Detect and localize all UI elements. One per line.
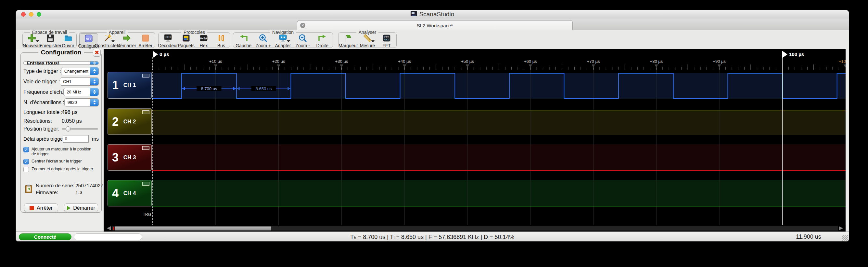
- channel-minimize-icon[interactable]: [142, 110, 149, 114]
- trigger-position-mark: [113, 226, 114, 230]
- toolbar-button-marqueur[interactable]: Marqueur: [339, 33, 358, 48]
- measure-high-label: 8.700 us: [201, 86, 217, 91]
- trigger-position-slider[interactable]: [62, 125, 99, 133]
- new-plus-icon: [27, 33, 37, 43]
- total-length-row: Longueur totale : 496 µs: [23, 109, 99, 115]
- channel-card-3[interactable]: CH 33: [107, 144, 152, 170]
- dropdown-arrow-icon[interactable]: [36, 41, 39, 42]
- toolbar-group-espace-de-travail: Espace de travailNouveauEnregistrerOuvri…: [23, 32, 77, 48]
- hex-icon: 0x5A: [199, 33, 209, 43]
- ruler-label-pointer: [718, 64, 721, 68]
- toolbar-button-enregistrer[interactable]: Enregistrer: [41, 33, 60, 48]
- slider-knob[interactable]: [66, 126, 71, 132]
- measurement-readout: Tₕ = 8.700 us | Tₗ = 8.650 us | F = 57.6…: [16, 232, 849, 242]
- channel-card-4[interactable]: CH 44: [107, 180, 152, 207]
- main-area: Configuration ✖ Entrées (tous) Type de t…: [16, 49, 849, 232]
- toolbar-button-label: Ouvrir: [62, 43, 74, 48]
- sample-rate-row: Fréquence d'éch. 20 MHz: [23, 88, 99, 96]
- toolbar-button-droite[interactable]: Droite: [313, 33, 332, 48]
- toolbar-button-adapter[interactable]: Adapter: [274, 33, 292, 48]
- toolbar-button-nouveau[interactable]: Nouveau: [23, 33, 41, 48]
- toolbar-button-zoom--[interactable]: Zoom -: [293, 33, 312, 48]
- dropdown-arrow-icon[interactable]: [112, 41, 115, 42]
- scroll-right-arrow-icon[interactable]: [839, 226, 843, 230]
- add-marker-checkbox[interactable]: ✓: [23, 147, 29, 152]
- trigger-delay-input[interactable]: 0: [63, 135, 88, 143]
- app-window: ScanaStudio ✕ SL2 Workspace* Espace de t…: [16, 10, 849, 242]
- toolbar-button-label: Arrêter: [138, 43, 152, 48]
- toolbar-button-label: Hex: [200, 43, 208, 48]
- ruler-label-pointer: [466, 64, 469, 68]
- stop-button[interactable]: Arrêter: [24, 204, 58, 212]
- svg-text:0010: 0010: [165, 36, 171, 39]
- decoder-screen-icon: 0010: [163, 33, 173, 43]
- trigger-delay-row: Délai après trigge 0 ms: [23, 135, 99, 143]
- dropdown-arrow-icon[interactable]: [287, 41, 290, 42]
- horizontal-scrollbar[interactable]: [107, 226, 843, 231]
- marker-flag[interactable]: [782, 51, 787, 58]
- toolbar-group-navigation: NavigationGaucheZoom +AdapterZoom -Droit…: [233, 32, 333, 48]
- center-screen-checkbox[interactable]: ✓: [23, 159, 29, 164]
- config-column: Configuration ✖ Entrées (tous) Type de t…: [16, 49, 104, 232]
- channel-minimize-icon[interactable]: [142, 182, 149, 186]
- toolbar-button-label: Marqueur: [339, 43, 358, 48]
- start-button[interactable]: Démarrer: [64, 204, 98, 212]
- scrollbar-thumb[interactable]: [115, 226, 271, 231]
- channel-card-2[interactable]: CH 22: [107, 108, 152, 135]
- panel-close-button[interactable]: ✖: [93, 49, 101, 57]
- toolbar-button-label: Adapter: [275, 43, 291, 48]
- channel-card-1[interactable]: CH 11: [107, 72, 152, 99]
- toolbar-button-label: Nouveau: [23, 43, 41, 48]
- zoom-fit-checkbox[interactable]: [23, 167, 29, 172]
- channel-minimize-icon[interactable]: [142, 146, 149, 150]
- channel-minimize-icon[interactable]: [142, 74, 149, 78]
- toolbar-group-appareil: AppareilSL2ConfigurerConstructeurDémarre…: [79, 32, 155, 48]
- workspace-tab[interactable]: ✕ SL2 Workspace*: [297, 20, 573, 30]
- screen: { "window": { "title": "ScanaStudio" }, …: [0, 0, 868, 267]
- bus-icon: [216, 33, 226, 43]
- sample-count-select[interactable]: 9920: [64, 98, 99, 106]
- status-bar: Connecté Tₕ = 8.700 us | Tₗ = 8.650 us |…: [16, 232, 849, 242]
- ruler-label-pointer: [592, 64, 595, 68]
- toolbar-button-constructeur[interactable]: Constructeur: [98, 33, 117, 48]
- open-folder-icon: [63, 33, 73, 43]
- fft-icon: FFT: [382, 33, 392, 43]
- toolbar-button-mesure[interactable]: Mesure: [358, 33, 377, 48]
- toolbar-button-zoom-+[interactable]: Zoom +: [254, 33, 273, 48]
- toolbar-button-fft[interactable]: FFTFFT: [377, 33, 396, 48]
- resolution-row: Résolutions: 0.050 µs: [23, 118, 99, 124]
- tab-label: SL2 Workspace*: [297, 21, 572, 30]
- resize-grip[interactable]: [842, 235, 848, 241]
- channel-band-4: [152, 180, 845, 207]
- ruler-label-pointer: [277, 64, 280, 68]
- trigger-channel-select[interactable]: CH1: [60, 78, 99, 86]
- svg-text:0x5A: 0x5A: [200, 37, 207, 40]
- sample-rate-select[interactable]: 20 MHz: [63, 88, 99, 96]
- channel-band-1: [152, 73, 845, 99]
- toolbar-button-arr-ter[interactable]: Arrêter: [136, 33, 155, 48]
- toolbar-button-label: FFT: [382, 43, 391, 48]
- waveform-canvas: +10 µs+20 µs+30 µs+40 µs+50 µs+60 µs+70 …: [104, 49, 845, 232]
- trigger-type-select[interactable]: Changement: [61, 67, 99, 75]
- ruler-label: +80 µs: [650, 59, 663, 64]
- toolbar-button-gauche[interactable]: Gauche: [234, 33, 253, 48]
- panel-title: Configuration: [38, 49, 84, 56]
- toolbar-button-d-codeur[interactable]: 0010Décodeur: [158, 33, 177, 48]
- toolbar-button-d-marrer[interactable]: Démarrer: [117, 33, 136, 48]
- toolbar-button-label: Décodeur: [158, 43, 178, 48]
- trg-label: TRG: [143, 212, 151, 217]
- ruler-label: +50 µs: [461, 59, 474, 64]
- dropdown-arrow-icon[interactable]: [371, 41, 375, 42]
- toolbar-group-protocoles: Protocoles0010DécodeurPaquets0x5AHexBus: [158, 32, 230, 48]
- toolbar-group-analyser: AnalyserMarqueurMesureFFTFFT: [338, 32, 397, 48]
- toolbar-button-ouvrir[interactable]: Ouvrir: [60, 33, 76, 48]
- toolbar-button-bus[interactable]: Bus: [213, 33, 230, 48]
- device-info: Numero de serie: 2507174027 Firmware: 1.…: [23, 182, 99, 196]
- waveform-view[interactable]: +10 µs+20 µs+30 µs+40 µs+50 µs+60 µs+70 …: [104, 49, 845, 232]
- toolbar-button-paquets[interactable]: Paquets: [177, 33, 195, 48]
- toolbar-button-hex[interactable]: 0x5AHex: [195, 33, 213, 48]
- input-source-select[interactable]: Entrées (tous): [23, 61, 99, 65]
- trigger-flag[interactable]: [153, 51, 158, 58]
- scroll-left-arrow-icon[interactable]: [107, 226, 111, 230]
- checkbox-row-center: ✓ Centrer l'écran sur le trigger: [23, 159, 99, 164]
